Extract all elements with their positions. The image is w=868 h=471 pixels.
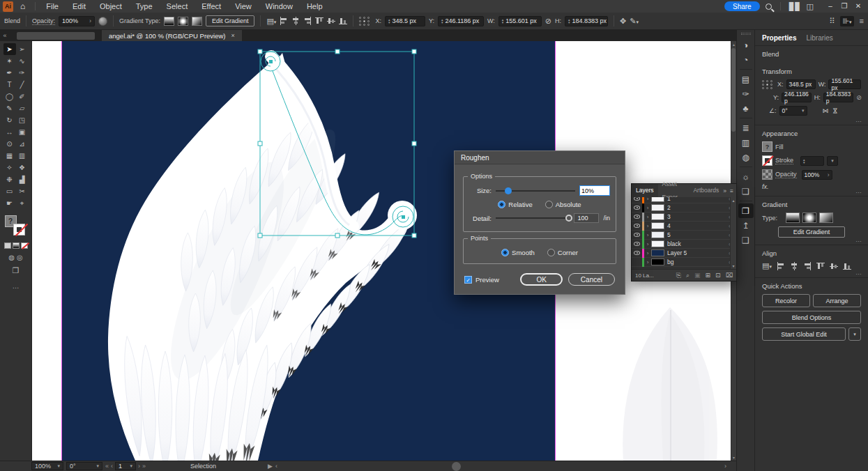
tool-paintbrush[interactable]: ✐ [16, 91, 29, 102]
align-right-icon[interactable] [303, 17, 312, 25]
tool-artboard[interactable]: ▭ [3, 185, 16, 197]
panel-menu-icon[interactable]: ≡ [730, 187, 733, 194]
scroll-up-icon[interactable]: ▴ [733, 42, 735, 47]
arrange-documents-icon[interactable]: ◫ [807, 2, 814, 11]
panel-transparency-icon[interactable]: ◍ [738, 150, 754, 164]
opacity-icon[interactable] [762, 169, 772, 180]
align-top-icon[interactable] [816, 262, 825, 270]
layer-thumbnail[interactable] [651, 231, 664, 238]
gradient-linear-button[interactable] [786, 213, 800, 223]
tool-shaper[interactable]: ✎ [3, 102, 16, 114]
layer-name[interactable]: 5 [664, 231, 729, 238]
layer-row[interactable]: › black ○ [632, 240, 736, 249]
layer-row[interactable]: › bg ○ [632, 258, 736, 267]
panel-expand-icon[interactable]: » [723, 187, 726, 194]
expand-arrow-icon[interactable]: › [644, 197, 651, 202]
align-bottom-icon[interactable] [339, 17, 347, 25]
align-hcenter-icon[interactable] [291, 17, 300, 25]
size-slider-thumb[interactable] [505, 187, 512, 194]
dock-grip[interactable] [741, 33, 751, 35]
tab-layers[interactable]: Layers [632, 184, 658, 197]
align-vcenter-icon[interactable] [327, 17, 335, 25]
detail-slider-thumb[interactable] [565, 215, 572, 222]
gradient-freeform-button[interactable] [192, 17, 202, 26]
expand-arrow-icon[interactable]: › [644, 214, 651, 220]
detail-input[interactable]: 100 [574, 213, 599, 223]
layer-row[interactable]: › Layer 5 ○ [632, 249, 736, 258]
align-vcenter-icon[interactable] [830, 262, 838, 270]
visibility-toggle[interactable] [632, 251, 642, 255]
constrain-proportions-icon[interactable]: ⊘ [545, 17, 551, 26]
transform-w-field[interactable]: 155.601 px [828, 79, 861, 89]
expand-arrow-icon[interactable]: › [644, 259, 651, 265]
tool-eyedropper[interactable]: ✧ [3, 162, 16, 173]
stroke-weight-stepper[interactable]: ▴▾ [800, 156, 824, 166]
search-icon[interactable] [766, 3, 772, 10]
scroll-down-icon[interactable]: ▾ [732, 263, 734, 268]
layer-name[interactable]: bg [664, 258, 729, 265]
layer-row[interactable]: › 4 ○ [632, 222, 736, 231]
tool-width[interactable]: ↔ [3, 126, 16, 138]
x-field[interactable]: ▴▾348.5 px [385, 16, 425, 26]
status-flyout-icon[interactable]: ▶ [268, 463, 273, 470]
menu-type[interactable]: Type [130, 0, 159, 13]
tool-ellipse[interactable]: ◯ [3, 91, 16, 102]
detail-slider[interactable] [496, 217, 570, 219]
fill-swatch[interactable]: ? [762, 141, 772, 152]
rotation-dropdown[interactable]: 0°▾ [66, 462, 102, 470]
new-sublayer-icon[interactable]: ⊞ [706, 272, 711, 279]
tool-line-segment[interactable]: ╱ [16, 79, 29, 91]
panel-dock-toggle-icon[interactable]: ⊪▾ [840, 16, 853, 26]
expand-arrow-icon[interactable]: › [644, 250, 651, 256]
arrange-button[interactable]: Arrange [813, 294, 861, 307]
fill-stroke-control[interactable]: ? [4, 215, 28, 238]
panel-symbols-icon[interactable]: ♣ [738, 101, 754, 116]
dialog-title-bar[interactable]: Roughen [455, 151, 625, 164]
gradient-radial-button[interactable] [802, 213, 816, 223]
tool-zoom[interactable]: ⌖ [16, 197, 29, 209]
toolbar-more-icon[interactable]: … [13, 282, 20, 290]
edit-gradient-button[interactable]: Edit Gradient [206, 15, 255, 26]
visibility-toggle[interactable] [632, 224, 642, 228]
edit-gradient-button[interactable]: Edit Gradient [778, 226, 845, 238]
smooth-radio[interactable]: Smooth [501, 249, 535, 256]
document-tab[interactable]: angel.ai* @ 100 % (RGB/CPU Preview) × [102, 30, 242, 41]
expand-arrow-icon[interactable]: › [644, 205, 651, 211]
tool-slice[interactable]: ✂ [16, 185, 29, 197]
tool-direct-selection[interactable]: ➢ [16, 43, 29, 55]
menu-list-icon[interactable]: ≡ [860, 17, 864, 25]
align-hcenter-icon[interactable] [790, 262, 798, 270]
opacity-flyout-icon[interactable]: › [89, 17, 91, 24]
gradient-linear-button[interactable] [164, 17, 174, 26]
layer-thumbnail[interactable] [651, 222, 664, 229]
blend-options-button[interactable]: Blend Options [762, 311, 861, 324]
opacity-label[interactable]: Opacity [775, 171, 797, 178]
stroke-swatch[interactable] [13, 224, 25, 235]
panel-artboards-icon[interactable]: ❑ [738, 233, 754, 247]
layer-thumbnail[interactable] [651, 249, 664, 256]
recolor-button[interactable]: Recolor [762, 294, 810, 307]
tool-column-graph[interactable]: ▟ [16, 173, 29, 185]
preview-checkbox[interactable]: ✓ Preview [464, 276, 499, 284]
last-artboard-icon[interactable]: » [142, 463, 146, 470]
opacity-label[interactable]: Opacity: [32, 17, 55, 25]
start-global-edit-dropdown[interactable]: ▾ [848, 327, 861, 341]
tool-rotate[interactable]: ↻ [3, 114, 16, 126]
prev-artboard-icon[interactable]: ‹ [111, 463, 113, 470]
panel-color-icon[interactable]: ◑ [738, 38, 754, 52]
align-left-icon[interactable] [777, 262, 785, 270]
layer-name[interactable]: 3 [664, 213, 729, 220]
restore-button[interactable]: ❐ [837, 0, 851, 13]
tool-lasso[interactable]: ∿ [16, 55, 29, 67]
visibility-toggle[interactable] [632, 233, 642, 237]
scroll-up-icon[interactable]: ▴ [732, 198, 734, 203]
visibility-toggle[interactable] [632, 242, 642, 246]
panel-gradient-icon[interactable]: ▥ [738, 135, 754, 150]
align-left-icon[interactable] [280, 17, 288, 25]
tool-perspective-grid[interactable]: ⊿ [16, 138, 29, 150]
panel-graphic-styles-icon[interactable]: ❏ [738, 184, 754, 199]
transform-icon[interactable]: ✥ [620, 17, 626, 26]
locate-object-icon[interactable]: ⌕ [686, 272, 690, 279]
h-field[interactable]: ▴▾184.8383 px [565, 16, 608, 26]
new-layer-icon[interactable]: ⊡ [715, 272, 721, 279]
